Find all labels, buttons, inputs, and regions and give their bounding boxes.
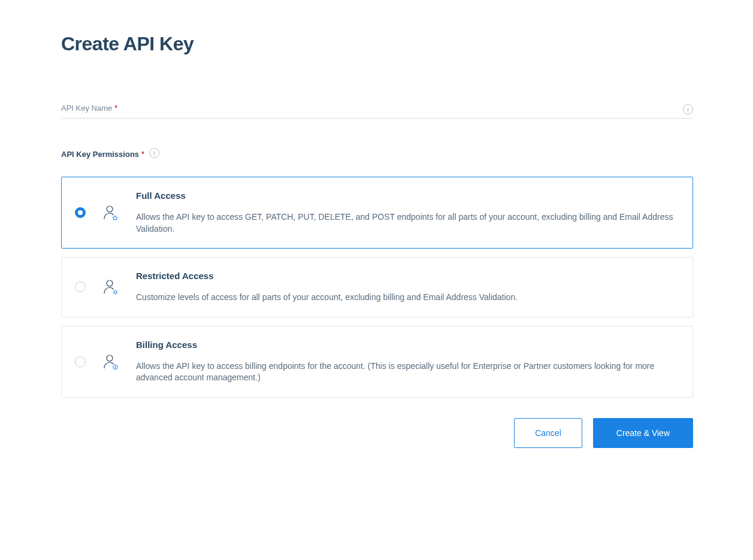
required-indicator: • bbox=[141, 148, 144, 158]
info-icon[interactable]: i bbox=[149, 148, 159, 158]
svg-line-8 bbox=[116, 293, 117, 294]
create-view-button[interactable]: Create & View bbox=[593, 418, 693, 448]
button-row: Cancel Create & View bbox=[61, 418, 693, 448]
option-desc: Allows the API key to access GET, PATCH,… bbox=[136, 211, 679, 235]
svg-point-11 bbox=[107, 355, 113, 361]
user-star-icon bbox=[102, 205, 118, 220]
user-dollar-icon: $ bbox=[102, 354, 118, 370]
option-title: Full Access bbox=[136, 190, 679, 201]
radio-restricted-access[interactable] bbox=[75, 281, 86, 292]
info-icon[interactable]: i bbox=[683, 104, 693, 114]
svg-line-10 bbox=[114, 293, 114, 294]
svg-line-7 bbox=[114, 291, 114, 292]
page-title: Create API Key bbox=[61, 33, 693, 55]
option-billing-access[interactable]: $ Billing Access Allows the API key to a… bbox=[61, 326, 693, 398]
cancel-button[interactable]: Cancel bbox=[514, 418, 582, 448]
permissions-label-row: API Key Permissions• i bbox=[61, 149, 693, 159]
api-key-permissions-label: API Key Permissions• bbox=[61, 149, 144, 159]
radio-full-access[interactable] bbox=[75, 207, 86, 218]
radio-billing-access[interactable] bbox=[75, 356, 86, 367]
api-key-name-input[interactable] bbox=[61, 102, 693, 119]
permission-options: Full Access Allows the API key to access… bbox=[61, 177, 693, 398]
svg-text:$: $ bbox=[114, 365, 116, 369]
option-desc: Customize levels of access for all parts… bbox=[136, 292, 679, 304]
required-indicator: • bbox=[114, 102, 117, 111]
option-restricted-access[interactable]: Restricted Access Customize levels of ac… bbox=[61, 257, 693, 317]
svg-line-9 bbox=[116, 291, 117, 292]
api-key-name-field: API Key Name• i bbox=[61, 103, 693, 119]
svg-point-0 bbox=[107, 206, 113, 212]
svg-point-1 bbox=[107, 280, 113, 286]
option-desc: Allows the API key to access billing end… bbox=[136, 361, 679, 384]
option-full-access[interactable]: Full Access Allows the API key to access… bbox=[61, 177, 693, 249]
svg-point-2 bbox=[114, 291, 116, 293]
option-title: Billing Access bbox=[136, 340, 679, 350]
api-key-name-label: API Key Name• bbox=[61, 103, 117, 113]
option-title: Restricted Access bbox=[136, 271, 679, 281]
user-gear-icon bbox=[102, 279, 118, 295]
